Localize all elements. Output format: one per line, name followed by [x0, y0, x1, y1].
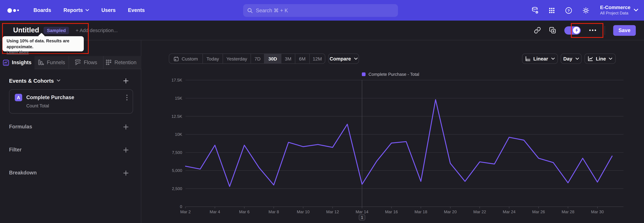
section-label: Formulas: [9, 124, 32, 130]
svg-text:Mar 30: Mar 30: [591, 209, 604, 214]
calendar-icon: [174, 56, 178, 61]
svg-text:Mar 8: Mar 8: [268, 209, 279, 214]
nav-item-events[interactable]: Events: [128, 8, 145, 13]
svg-text:Mar 12: Mar 12: [326, 209, 339, 214]
tab-filler: [139, 56, 142, 69]
add-formula-button[interactable]: [123, 124, 129, 129]
add-description[interactable]: + Add description...: [76, 27, 118, 33]
range-custom[interactable]: Custom: [169, 54, 202, 63]
range-30d[interactable]: 30D: [264, 54, 281, 63]
svg-text:7,500: 7,500: [172, 150, 182, 155]
svg-text:Mar 18: Mar 18: [414, 209, 427, 214]
svg-text:Mar 16: Mar 16: [385, 209, 398, 214]
event-menu-icon[interactable]: [126, 94, 128, 101]
add-event-button[interactable]: [123, 78, 129, 83]
nav-item-boards[interactable]: Boards: [34, 8, 51, 13]
tab-retention[interactable]: Retention: [103, 56, 138, 69]
svg-text:Mar 20: Mar 20: [444, 209, 457, 214]
svg-text:Mar 26: Mar 26: [532, 209, 545, 214]
tab-funnels[interactable]: Funnels: [34, 56, 68, 69]
range-12m[interactable]: 12M: [309, 54, 325, 63]
chart-area: Custom Today Yesterday 7D 30D 3M 6M 12M …: [142, 40, 644, 223]
tab-flows[interactable]: Flows: [68, 56, 103, 69]
sampled-badge[interactable]: Sampled: [44, 27, 69, 34]
apps-grid-icon[interactable]: [548, 7, 555, 14]
svg-text:Mar 4: Mar 4: [210, 209, 220, 214]
tab-label: Insights: [12, 60, 31, 65]
learn-more-link[interactable]: Learn More: [6, 50, 80, 55]
nav-item-reports[interactable]: Reports: [64, 8, 89, 13]
mixpanel-logo-icon[interactable]: [8, 8, 18, 13]
svg-text:Mar 2: Mar 2: [180, 209, 191, 214]
svg-text:Mar 22: Mar 22: [473, 209, 486, 214]
tab-label: Funnels: [47, 59, 65, 65]
lightning-bolt-icon: [574, 28, 578, 33]
range-label: 7D: [254, 56, 260, 61]
event-metric[interactable]: Count Total: [26, 103, 128, 108]
svg-text:5,000: 5,000: [172, 168, 182, 173]
range-label: Custom: [182, 56, 198, 61]
section-label: Filter: [9, 147, 22, 153]
breakdown-section: Breakdown: [0, 169, 141, 177]
insights-icon: [3, 59, 9, 66]
range-7d[interactable]: 7D: [250, 54, 264, 63]
chevron-down-icon: [634, 9, 638, 12]
nav-item-users[interactable]: Users: [101, 8, 116, 13]
chart-type-label: Line: [596, 56, 606, 61]
line-chart[interactable]: 02,5005,0007,50010K12.5K15K17.5KMar 2Mar…: [142, 75, 644, 223]
event-letter-badge: A: [15, 94, 22, 101]
copy-link-icon[interactable]: [534, 27, 541, 34]
range-3m[interactable]: 3M: [281, 54, 295, 63]
range-label: 3M: [285, 56, 291, 61]
svg-text:2,500: 2,500: [172, 186, 182, 191]
svg-text:0: 0: [180, 204, 182, 209]
chevron-down-icon: [57, 79, 60, 82]
project-name: E-Commerce: [600, 5, 630, 11]
left-panel: Insights Funnels Flows Retention Events …: [0, 40, 141, 223]
more-options-icon[interactable]: [589, 29, 596, 31]
svg-text:?: ?: [568, 8, 570, 13]
settings-gear-icon[interactable]: [582, 6, 590, 14]
query-builder: Events & Cohorts A Complete Purchase Cou…: [0, 69, 141, 177]
save-button[interactable]: Save: [613, 25, 636, 36]
chart-type-selector[interactable]: Line: [584, 53, 616, 64]
range-label: 30D: [268, 56, 277, 61]
event-card[interactable]: A Complete Purchase Count Total: [9, 89, 133, 114]
filter-section: Filter: [0, 146, 141, 154]
report-type-tabs: Insights Funnels Flows Retention: [0, 56, 141, 69]
section-label: Events & Cohorts: [9, 78, 54, 84]
sampling-toggle[interactable]: [564, 26, 580, 34]
help-icon[interactable]: ?: [565, 6, 572, 14]
retention-icon: [106, 59, 112, 66]
data-management-icon[interactable]: [531, 6, 539, 14]
search-placeholder: Search ⌘ + K: [256, 8, 288, 14]
tab-insights[interactable]: Insights: [0, 56, 34, 69]
formulas-section: Formulas: [0, 123, 141, 131]
svg-text:15K: 15K: [175, 96, 182, 100]
chevron-down-icon: [609, 57, 612, 60]
line-chart-icon: [588, 56, 593, 61]
report-header: Untitled Sampled + Add description... Sa…: [0, 21, 644, 40]
events-cohorts-toggle[interactable]: Events & Cohorts: [9, 78, 60, 84]
report-title[interactable]: Untitled: [13, 26, 39, 34]
search-input[interactable]: Search ⌘ + K: [243, 4, 398, 17]
project-scope: All Project Data: [600, 11, 630, 16]
range-yesterday[interactable]: Yesterday: [222, 54, 250, 63]
sampling-tooltip: Using 10% of data. Results are approxima…: [2, 36, 84, 52]
scale-label: Linear: [533, 56, 548, 61]
range-6m[interactable]: 6M: [295, 54, 309, 63]
scale-selector[interactable]: Linear: [522, 53, 558, 64]
project-selector[interactable]: E-Commerce All Project Data: [600, 5, 638, 16]
compare-button[interactable]: Compare: [328, 53, 359, 64]
chart-controls: Custom Today Yesterday 7D 30D 3M 6M 12M …: [142, 40, 644, 65]
chevron-down-icon: [85, 9, 89, 12]
chevron-down-icon: [551, 57, 554, 60]
svg-text:17.5K: 17.5K: [172, 78, 182, 82]
range-today[interactable]: Today: [202, 54, 222, 63]
add-filter-button[interactable]: [123, 147, 129, 153]
event-name[interactable]: Complete Purchase: [26, 95, 74, 100]
add-breakdown-button[interactable]: [123, 170, 129, 176]
granularity-selector[interactable]: Day: [561, 53, 582, 64]
add-to-board-icon[interactable]: [549, 27, 556, 34]
flows-icon: [75, 59, 81, 66]
